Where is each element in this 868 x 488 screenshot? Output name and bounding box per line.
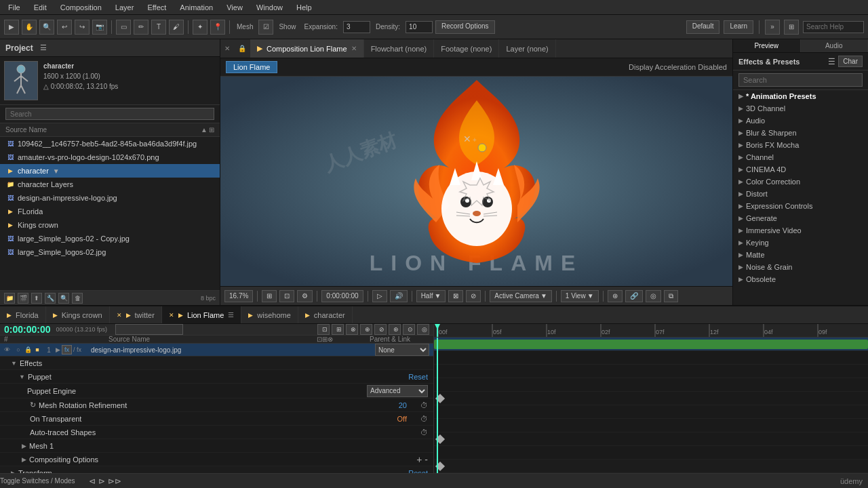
tool-pen[interactable]: ✏ bbox=[134, 20, 149, 35]
tl-go-end-icon[interactable]: ⊳⊳ bbox=[108, 476, 121, 486]
mesh-checkbox[interactable]: ☑ bbox=[258, 20, 273, 35]
grid-btn[interactable]: ⊞ bbox=[262, 290, 277, 302]
tl-track-auto-traced[interactable] bbox=[434, 419, 868, 432]
tab-footage[interactable]: Footage (none) bbox=[434, 39, 499, 58]
panel-menu-icon[interactable]: ☰ bbox=[40, 43, 47, 52]
effect-item-animation-presets[interactable]: ▶ * Animation Presets bbox=[733, 90, 868, 102]
effects-collapse-btn[interactable]: ▼ bbox=[11, 360, 17, 367]
list-item-character-layers[interactable]: 📁 character Layers bbox=[0, 178, 220, 191]
menu-help[interactable]: Help bbox=[294, 2, 315, 13]
toggle-switches-btn[interactable]: Toggle Switches / Modes bbox=[0, 477, 75, 485]
layer-lock-btn[interactable]: 🔒 bbox=[23, 346, 33, 353]
puppet-reset-btn[interactable]: Reset bbox=[408, 373, 428, 381]
tool-pin[interactable]: 📍 bbox=[210, 20, 225, 35]
tab-close-comp[interactable]: ✕ bbox=[351, 45, 357, 52]
tl-tool-5[interactable]: ⊘ bbox=[374, 324, 387, 335]
list-item[interactable]: ▶ FLorida bbox=[0, 205, 220, 218]
lion-close-btn[interactable]: ✕ bbox=[169, 312, 174, 319]
tool-select[interactable]: ▶ bbox=[4, 20, 19, 35]
tab-audio[interactable]: Audio bbox=[801, 39, 869, 52]
snap-btn[interactable]: 🔗 bbox=[625, 290, 643, 302]
new-comp-btn[interactable]: 🎬 bbox=[18, 293, 28, 304]
delete-btn[interactable]: 🗑 bbox=[72, 293, 83, 304]
tl-options-icon[interactable]: ☰ bbox=[228, 311, 234, 319]
views-control[interactable]: 1 View▼ bbox=[561, 290, 599, 302]
tool-puppet[interactable]: ✦ bbox=[193, 20, 208, 35]
layer-color-btn[interactable]: ■ bbox=[33, 346, 42, 353]
tl-ruler[interactable]: 00f 05f 10f 02f 07f 12f 04f 09f bbox=[434, 324, 868, 338]
tab-composition-lion-flame[interactable]: ▶ Composition Lion Flame ✕ bbox=[250, 39, 364, 58]
record-options-btn[interactable]: Record Options bbox=[435, 20, 494, 34]
effect-item-keying[interactable]: ▶ Keying bbox=[733, 237, 868, 249]
mesh1-row[interactable]: ▶ Mesh 1 bbox=[0, 439, 433, 453]
tl-track-compositing[interactable] bbox=[434, 446, 868, 460]
lock-panel-btn[interactable]: 🔒 bbox=[234, 39, 250, 58]
resolution-control[interactable]: Half▼ bbox=[416, 290, 446, 302]
list-item-crown[interactable]: ▶ Kings crown bbox=[0, 218, 220, 232]
workspace-default-btn[interactable]: Default bbox=[686, 20, 720, 34]
list-item-character[interactable]: ▶ character ▼ bbox=[0, 164, 220, 178]
tl-go-start-icon[interactable]: ⊲ bbox=[89, 476, 96, 486]
effect-item-3d-channel[interactable]: ▶ 3D Channel bbox=[733, 102, 868, 115]
close-panel-btn[interactable]: ✕ bbox=[220, 39, 234, 58]
tool-text[interactable]: T bbox=[151, 20, 166, 35]
list-item[interactable]: 🖼 109462__1c46757-beb5-4ad2-845a-ba46da3… bbox=[0, 137, 220, 150]
keyframe-diamond-3[interactable] bbox=[435, 462, 445, 471]
tl-tool-4[interactable]: ⊕ bbox=[360, 324, 372, 335]
tool-brush[interactable]: 🖌 bbox=[169, 20, 184, 35]
tl-tab-character[interactable]: ▶ character bbox=[298, 306, 353, 323]
tl-tool-7[interactable]: ⊙ bbox=[403, 324, 415, 335]
transform-row[interactable]: ▶ Transform Reset bbox=[0, 466, 433, 473]
tl-playhead[interactable] bbox=[437, 324, 438, 337]
dropdown-icon[interactable]: ▼ bbox=[53, 167, 60, 175]
tl-tab-kings-crown[interactable]: ▶ Kings crown bbox=[46, 306, 110, 323]
import-btn[interactable]: ⬆ bbox=[31, 293, 42, 304]
tool-hand[interactable]: ✋ bbox=[22, 20, 37, 35]
composition-canvas[interactable]: 人人素材 RRCG bbox=[220, 77, 732, 286]
tl-track-mesh1[interactable] bbox=[434, 432, 868, 446]
list-item[interactable]: 🖼 large_Simple_logos-02 - Copy.jpg bbox=[0, 232, 220, 245]
tl-play-icon[interactable]: ⊳ bbox=[98, 476, 105, 486]
on-transparent-value[interactable]: Off bbox=[397, 415, 420, 423]
layer-solo-btn[interactable]: ○ bbox=[14, 346, 23, 353]
menu-layer[interactable]: Layer bbox=[113, 2, 137, 13]
puppet-row[interactable]: ▼ Puppet Reset bbox=[0, 370, 433, 384]
effects-menu-icon[interactable]: ☰ bbox=[828, 57, 835, 66]
tl-timecode[interactable]: 0:00:00:00 bbox=[4, 324, 51, 335]
layer-collapse-btn[interactable]: ▶ bbox=[56, 346, 60, 353]
effect-item-channel[interactable]: ▶ Channel bbox=[733, 151, 868, 163]
tl-tool-6[interactable]: ⊛ bbox=[389, 324, 401, 335]
tool-rect[interactable]: ▭ bbox=[116, 20, 131, 35]
layer-eye-btn[interactable]: 👁 bbox=[0, 346, 14, 353]
mesh-rotation-value[interactable]: 20 bbox=[399, 401, 420, 409]
char-tab[interactable]: Char bbox=[838, 56, 863, 67]
zoom-control[interactable]: 16.7% bbox=[224, 290, 253, 302]
puppet-collapse-btn[interactable]: ▼ bbox=[19, 373, 25, 380]
tl-tab-twitter[interactable]: ✕ ▶ twitter bbox=[110, 306, 162, 323]
draft-btn[interactable]: ⚙ bbox=[297, 290, 313, 302]
tl-tab-lion-flame[interactable]: ✕ ▶ Lion Flame ☰ bbox=[162, 306, 241, 323]
keyframe-diamond-2[interactable] bbox=[435, 434, 445, 444]
workspace-learn-btn[interactable]: Learn bbox=[724, 20, 753, 34]
tl-tab-florida[interactable]: ▶ Florida bbox=[0, 306, 46, 323]
effect-item-cinema4d[interactable]: ▶ CINEMA 4D bbox=[733, 163, 868, 176]
tl-tool-1[interactable]: ⊡ bbox=[317, 324, 330, 335]
audio-btn[interactable]: 🔊 bbox=[390, 290, 408, 302]
expand-icon[interactable]: » bbox=[765, 20, 780, 35]
tab-flowchart[interactable]: Flowchart (none) bbox=[364, 39, 435, 58]
layer-parent-select[interactable]: None bbox=[375, 344, 429, 356]
list-item[interactable]: 🖼 large_Simple_logos-02.jpg bbox=[0, 245, 220, 259]
effect-item-noise[interactable]: ▶ Noise & Grain bbox=[733, 261, 868, 273]
tool-undo[interactable]: ↩ bbox=[57, 20, 72, 35]
project-search-input[interactable] bbox=[5, 108, 214, 120]
tl-track-transform[interactable] bbox=[434, 460, 868, 473]
tl-search-input[interactable] bbox=[115, 324, 183, 335]
tool-zoom[interactable]: 🔍 bbox=[39, 20, 54, 35]
remove-btn[interactable]: - bbox=[425, 454, 428, 465]
tl-track-mesh-rotation[interactable] bbox=[434, 392, 868, 405]
compositing-collapse-btn[interactable]: ▶ bbox=[22, 456, 26, 463]
effect-item-obsolete[interactable]: ▶ Obsolete bbox=[733, 273, 868, 285]
track-motion-btn[interactable]: ◎ bbox=[646, 290, 661, 302]
region-btn[interactable]: ⊠ bbox=[448, 290, 463, 302]
tab-layer[interactable]: Layer (none) bbox=[499, 39, 555, 58]
